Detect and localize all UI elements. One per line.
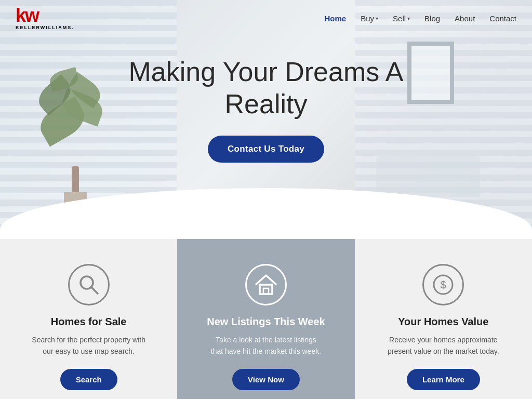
buy-chevron-icon: ▾ [376, 16, 378, 21]
homes-for-sale-title: Homes for Sale [51, 316, 127, 328]
new-listings-desc: Take a look at the latest listings that … [209, 334, 323, 357]
house-icon [245, 264, 287, 305]
nav-contact[interactable]: Contact [489, 14, 516, 23]
contact-us-button[interactable]: Contact Us Today [208, 136, 324, 163]
nav-about[interactable]: About [455, 14, 475, 23]
svg-rect-2 [260, 285, 272, 294]
hero-title: Making Your Dreams A Reality [110, 56, 422, 121]
view-now-button[interactable]: View Now [232, 369, 300, 390]
header: kw KELLERWILLIAMS. Home Buy ▾ Sell ▾ Blo… [0, 0, 532, 36]
learn-more-button[interactable]: Learn More [407, 369, 480, 390]
feature-new-listings: New Listings This Week Take a look at th… [177, 239, 354, 399]
feature-home-value: $ Your Homes Value Receive your homes ap… [355, 239, 532, 399]
homes-for-sale-desc: Search for the perfect property with our… [32, 334, 146, 357]
sell-chevron-icon: ▾ [407, 16, 410, 21]
nav-sell[interactable]: Sell ▾ [393, 14, 410, 23]
features-section: Homes for Sale Search for the perfect pr… [0, 239, 532, 399]
home-value-title: Your Homes Value [398, 316, 488, 328]
logo-brand: KELLERWILLIAMS. [16, 25, 74, 30]
main-nav: Home Buy ▾ Sell ▾ Blog About Contact [325, 14, 517, 23]
home-value-desc: Receive your homes approximate present v… [386, 334, 500, 357]
search-icon [68, 264, 110, 305]
nav-home[interactable]: Home [325, 14, 347, 23]
nav-blog[interactable]: Blog [424, 14, 440, 23]
search-button[interactable]: Search [60, 369, 117, 390]
feature-homes-for-sale: Homes for Sale Search for the perfect pr… [0, 239, 177, 399]
svg-line-1 [91, 287, 98, 294]
svg-text:$: $ [441, 279, 446, 290]
logo-kw: kw [16, 6, 38, 25]
new-listings-title: New Listings This Week [207, 316, 325, 328]
nav-buy[interactable]: Buy ▾ [361, 14, 378, 23]
dollar-icon: $ [422, 264, 464, 305]
logo[interactable]: kw KELLERWILLIAMS. [16, 6, 74, 30]
